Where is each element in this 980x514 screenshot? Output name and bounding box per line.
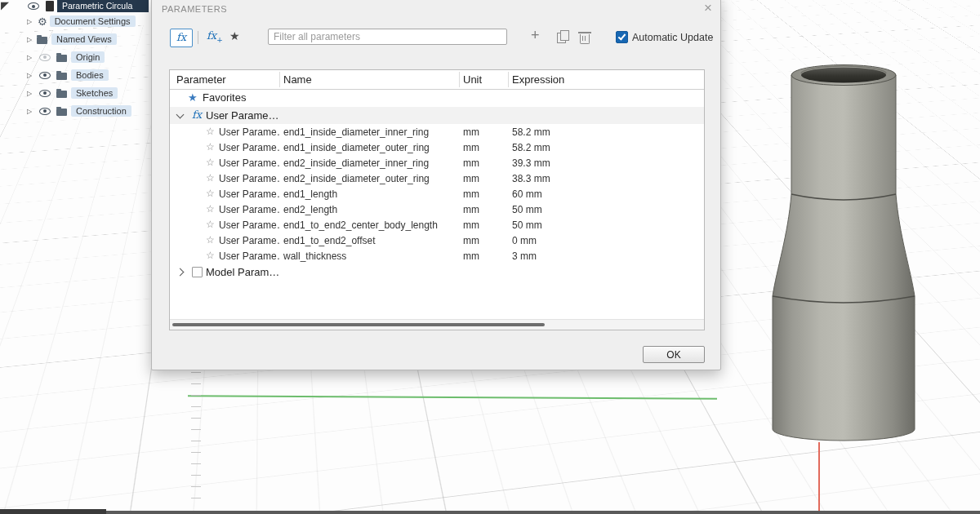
favorite-toggle-icon[interactable]: ☆	[206, 250, 215, 261]
dialog-title: PARAMETERS	[162, 4, 227, 14]
column-header-name[interactable]: Name	[283, 73, 312, 86]
item-label[interactable]: Document Settings	[50, 16, 136, 27]
model-parameters-group-row[interactable]: Model Param…	[170, 264, 704, 281]
column-divider[interactable]	[279, 72, 280, 87]
delete-icon[interactable]	[580, 34, 590, 44]
bottom-edge-bar	[0, 511, 980, 514]
parameter-row[interactable]: ☆ User Parame… end2_inside_diameter_inne…	[170, 155, 704, 171]
item-label[interactable]: Construction	[71, 105, 131, 117]
eye-icon[interactable]	[39, 72, 51, 79]
favorite-toggle-icon[interactable]: ☆	[206, 203, 215, 215]
parameter-expression-cell[interactable]: 58.2 mm	[512, 142, 550, 153]
item-label[interactable]: Origin	[71, 51, 105, 63]
favorite-toggle-icon[interactable]: ☆	[206, 188, 215, 199]
parameter-expression-cell[interactable]: 50 mm	[512, 219, 542, 231]
add-icon[interactable]: +	[531, 27, 540, 44]
item-label[interactable]: Sketches	[71, 87, 118, 99]
parameter-expression-cell[interactable]: 50 mm	[512, 204, 542, 215]
eye-icon[interactable]	[28, 2, 39, 10]
parameter-row[interactable]: ☆ User Parame… end1_length mm 60 mm	[170, 186, 704, 202]
parameter-name-cell[interactable]: end1_to_end2_center_body_length	[283, 219, 438, 231]
parameter-name-cell[interactable]: end2_inside_diameter_inner_ring	[283, 157, 429, 169]
parameter-unit-cell: mm	[463, 235, 479, 246]
horizontal-scrollbar[interactable]	[170, 319, 704, 330]
copy-icon[interactable]	[557, 33, 566, 43]
folder-icon	[56, 91, 67, 98]
favorites-group-row[interactable]: ★ Favorites	[170, 90, 704, 107]
grid-tick-marks	[191, 372, 201, 509]
close-icon[interactable]: ×	[704, 1, 712, 15]
parameter-row[interactable]: ☆ User Parame… end1_inside_diameter_inne…	[170, 124, 704, 140]
parameter-row[interactable]: ☆ User Parame… end1_inside_diameter_oute…	[170, 140, 704, 155]
browser-root-item[interactable]: Parametric Circula	[23, 0, 149, 12]
parameter-row[interactable]: ☆ User Parame… wall_thickness mm 3 mm	[170, 248, 704, 264]
model-3d-adapter[interactable]	[758, 62, 931, 447]
parameter-row[interactable]: ☆ User Parame… end1_to_end2_offset mm 0 …	[170, 233, 704, 248]
automatic-update-checkbox[interactable]	[616, 31, 628, 43]
expand-icon[interactable]: ▷	[24, 54, 34, 61]
folder-icon	[37, 37, 47, 44]
parameters-dialog: PARAMETERS × fx fx+ ★ + Automatic Update…	[151, 0, 721, 370]
column-divider[interactable]	[459, 72, 460, 87]
item-label[interactable]: Named Views	[51, 33, 117, 45]
eye-icon[interactable]	[39, 54, 51, 61]
table-body: ★ Favorites fx User Parame… ☆ User Param…	[170, 90, 704, 281]
eye-icon[interactable]	[39, 90, 51, 97]
expand-icon[interactable]: ▷	[24, 18, 34, 25]
item-label[interactable]: Bodies	[71, 69, 109, 81]
favorite-toggle-icon[interactable]: ☆	[206, 234, 215, 246]
parameter-expression-cell[interactable]: 38.3 mm	[512, 173, 550, 184]
parameter-row[interactable]: ☆ User Parame… end1_to_end2_center_body_…	[170, 217, 704, 233]
add-user-parameter-button[interactable]: fx+	[207, 29, 223, 44]
parameter-name-cell[interactable]: end1_inside_diameter_inner_ring	[283, 126, 429, 138]
parameter-name-cell[interactable]: end1_to_end2_offset	[283, 235, 376, 246]
parameter-name-cell[interactable]: end1_length	[283, 188, 337, 200]
column-header-expression[interactable]: Expression	[512, 73, 564, 86]
parameter-expression-cell[interactable]: 0 mm	[512, 235, 537, 246]
favorite-toggle-icon[interactable]: ☆	[206, 219, 215, 230]
parameter-name-cell[interactable]: end1_inside_diameter_outer_ring	[283, 142, 430, 153]
parameter-name-cell[interactable]: wall_thickness	[283, 250, 346, 262]
eye-icon[interactable]	[39, 108, 51, 115]
parameter-expression-cell[interactable]: 39.3 mm	[512, 157, 550, 169]
user-parameters-group-row[interactable]: fx User Parame…	[170, 107, 704, 124]
parameter-expression-cell[interactable]: 3 mm	[512, 250, 537, 262]
parameter-unit-cell: mm	[463, 188, 479, 200]
ok-button[interactable]: OK	[643, 346, 705, 363]
chevron-right-icon[interactable]	[176, 268, 185, 277]
favorite-toggle-icon[interactable]: ☆	[206, 157, 215, 168]
favorite-toggle-icon[interactable]: ☆	[206, 141, 215, 153]
parameter-row[interactable]: ☆ User Parame… end2_length mm 50 mm	[170, 202, 704, 217]
sidebar-item-document-settings[interactable]: ▷ ⚙ Document Settings	[24, 14, 136, 29]
parameter-name-cell[interactable]: end2_length	[283, 204, 337, 215]
expand-icon[interactable]: ▷	[24, 36, 34, 43]
parameter-row[interactable]: ☆ User Parame… end2_inside_diameter_oute…	[170, 171, 704, 186]
sidebar-item-construction[interactable]: ▷ Construction	[24, 104, 131, 118]
parameter-name-cell[interactable]: end2_inside_diameter_outer_ring	[283, 173, 430, 184]
browser-root-label[interactable]: Parametric Circula	[57, 0, 149, 12]
expand-icon[interactable]: ▷	[24, 108, 34, 115]
parameter-expression-cell[interactable]: 60 mm	[512, 188, 542, 200]
column-header-unit[interactable]: Unit	[463, 73, 482, 86]
parameter-type-cell: User Parame…	[219, 219, 281, 231]
parameter-type-cell: User Parame…	[219, 142, 281, 153]
browser-root-expand-icon[interactable]: ◤	[1, 0, 9, 11]
show-all-parameters-button[interactable]: fx	[170, 29, 193, 47]
sidebar-item-sketches[interactable]: ▷ Sketches	[24, 86, 118, 100]
automatic-update-label[interactable]: Automatic Update	[632, 32, 713, 43]
sidebar-item-origin[interactable]: ▷ Origin	[24, 50, 105, 64]
filter-parameters-input[interactable]	[268, 29, 507, 45]
chevron-down-icon[interactable]	[176, 111, 185, 119]
favorite-toggle-icon[interactable]: ☆	[206, 126, 215, 137]
parameter-unit-cell: mm	[463, 204, 479, 215]
sidebar-item-bodies[interactable]: ▷ Bodies	[24, 68, 109, 82]
expand-icon[interactable]: ▷	[24, 72, 34, 79]
favorite-toggle-icon[interactable]: ☆	[206, 172, 215, 184]
parameter-expression-cell[interactable]: 58.2 mm	[512, 126, 550, 138]
column-divider[interactable]	[508, 72, 509, 87]
sidebar-item-named-views[interactable]: ▷ Named Views	[24, 32, 117, 47]
column-header-parameter[interactable]: Parameter	[176, 73, 226, 86]
favorites-filter-icon[interactable]: ★	[229, 29, 240, 42]
scrollbar-thumb[interactable]	[172, 323, 545, 326]
expand-icon[interactable]: ▷	[24, 90, 34, 97]
